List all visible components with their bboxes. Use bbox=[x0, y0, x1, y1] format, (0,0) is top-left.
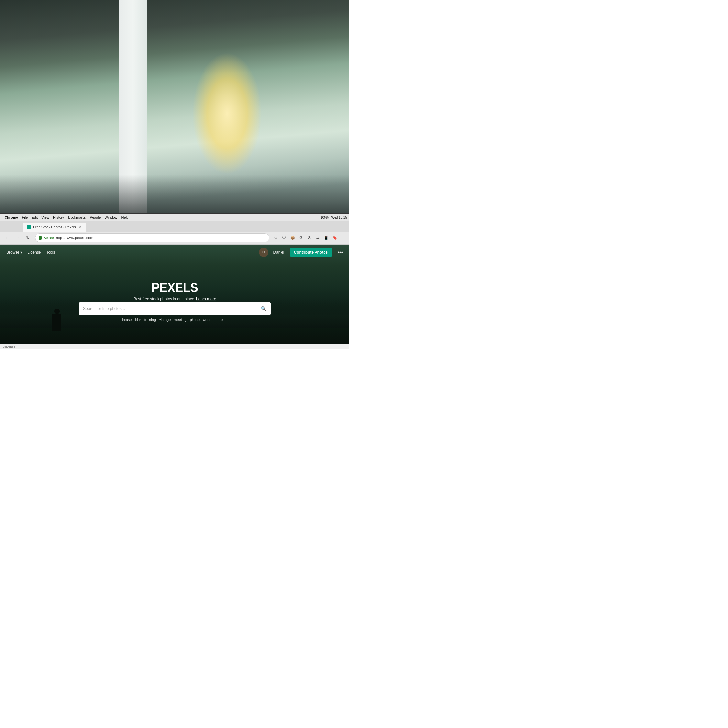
license-link[interactable]: License bbox=[28, 250, 41, 255]
forward-button[interactable]: → bbox=[13, 233, 22, 242]
status-bar: Searches bbox=[0, 344, 349, 349]
refresh-button[interactable]: ↻ bbox=[23, 233, 32, 242]
learn-more-link[interactable]: Learn more bbox=[196, 297, 216, 301]
macos-menubar: Chrome File Edit View History Bookmarks … bbox=[0, 214, 349, 221]
nav-right-items: D Daniel Contribute Photos ••• bbox=[259, 248, 343, 257]
settings-icon[interactable]: ⋮ bbox=[339, 234, 347, 242]
extension-icon-3[interactable]: G bbox=[297, 234, 305, 242]
more-button[interactable]: ••• bbox=[338, 249, 343, 255]
menu-window[interactable]: Window bbox=[102, 214, 119, 221]
monitor-screen: Chrome File Edit View History Bookmarks … bbox=[0, 213, 349, 349]
status-text: Searches bbox=[3, 345, 15, 349]
menubar-right: 100% Wed 16:15 bbox=[320, 216, 347, 219]
browser-window: Chrome File Edit View History Bookmarks … bbox=[0, 214, 349, 349]
tools-link[interactable]: Tools bbox=[46, 250, 55, 255]
user-name: Daniel bbox=[274, 250, 284, 255]
search-bar[interactable]: Search for free photos... 🔍 bbox=[79, 302, 271, 315]
pexels-hero: Browse ▾ License Tools D Daniel bbox=[0, 245, 349, 349]
url-text: https://www.pexels.com bbox=[56, 236, 93, 240]
tag-meeting[interactable]: meeting bbox=[174, 318, 187, 322]
app-name: Chrome bbox=[3, 216, 20, 219]
menu-view[interactable]: View bbox=[40, 214, 51, 221]
battery-indicator: 100% bbox=[320, 216, 329, 219]
tag-wood[interactable]: wood bbox=[203, 318, 211, 322]
screen-inner: Chrome File Edit View History Bookmarks … bbox=[0, 214, 349, 349]
tab-bar: Free Stock Photos · Pexels ✕ bbox=[0, 221, 349, 232]
extension-icon-1[interactable]: 🛡 bbox=[280, 234, 288, 242]
website-content: Browse ▾ License Tools D Daniel bbox=[0, 245, 349, 349]
tag-more[interactable]: more → bbox=[214, 318, 227, 322]
back-button[interactable]: ← bbox=[3, 233, 12, 242]
person-head bbox=[54, 309, 60, 314]
tag-house[interactable]: house bbox=[122, 318, 132, 322]
tag-vintage[interactable]: vintage bbox=[159, 318, 171, 322]
tab-favicon bbox=[26, 225, 31, 229]
person-body bbox=[52, 315, 61, 331]
extension-icon-7[interactable]: 🔖 bbox=[331, 234, 338, 242]
menu-edit[interactable]: Edit bbox=[29, 214, 40, 221]
pexels-subtitle: Best free stock photos in one place. Lea… bbox=[70, 297, 280, 301]
pexels-navbar: Browse ▾ License Tools D Daniel bbox=[0, 245, 349, 260]
menu-history[interactable]: History bbox=[51, 214, 66, 221]
contribute-photos-button[interactable]: Contribute Photos bbox=[290, 248, 333, 257]
clock: Wed 16:15 bbox=[331, 216, 347, 219]
tag-phone[interactable]: phone bbox=[190, 318, 200, 322]
menu-help[interactable]: Help bbox=[119, 214, 131, 221]
search-icon[interactable]: 🔍 bbox=[261, 306, 266, 311]
address-bar[interactable]: Secure https://www.pexels.com bbox=[35, 233, 269, 242]
tag-training[interactable]: training bbox=[144, 318, 156, 322]
secure-icon bbox=[38, 236, 42, 240]
avatar-initial: D bbox=[262, 251, 265, 254]
bookmark-icon[interactable]: ☆ bbox=[272, 234, 280, 242]
pexels-title: PEXELS bbox=[70, 281, 280, 295]
menu-file[interactable]: File bbox=[20, 214, 30, 221]
browser-toolbar: ← → ↻ Secure https://www.pexels.com ☆ 🛡 … bbox=[0, 232, 349, 245]
active-tab[interactable]: Free Stock Photos · Pexels ✕ bbox=[23, 223, 86, 232]
secure-label: Secure bbox=[44, 236, 54, 240]
person-silhouette bbox=[52, 315, 61, 331]
extension-icon-2[interactable]: 📦 bbox=[289, 234, 297, 242]
search-container: Search for free photos... 🔍 house blur t… bbox=[79, 302, 271, 322]
search-tags: house blur training vintage meeting phon… bbox=[79, 318, 271, 322]
toolbar-icons: ☆ 🛡 📦 G S ☁ 📱 🔖 ⋮ bbox=[272, 234, 347, 242]
tab-title: Free Stock Photos · Pexels bbox=[33, 225, 76, 229]
extension-icon-5[interactable]: ☁ bbox=[314, 234, 322, 242]
search-placeholder: Search for free photos... bbox=[83, 306, 257, 311]
browse-arrow-icon: ▾ bbox=[20, 250, 22, 255]
browse-label: Browse bbox=[6, 250, 20, 255]
extension-icon-6[interactable]: 📱 bbox=[322, 234, 330, 242]
tag-blur[interactable]: blur bbox=[135, 318, 141, 322]
browse-link[interactable]: Browse ▾ bbox=[6, 250, 22, 255]
menu-people[interactable]: People bbox=[88, 214, 102, 221]
sunlight-effect bbox=[192, 52, 262, 175]
extension-icon-4[interactable]: S bbox=[306, 234, 313, 242]
menu-bookmarks[interactable]: Bookmarks bbox=[66, 214, 88, 221]
user-avatar[interactable]: D bbox=[259, 248, 268, 257]
nav-left-items: Browse ▾ License Tools bbox=[6, 250, 55, 255]
tab-close-button[interactable]: ✕ bbox=[78, 225, 83, 229]
